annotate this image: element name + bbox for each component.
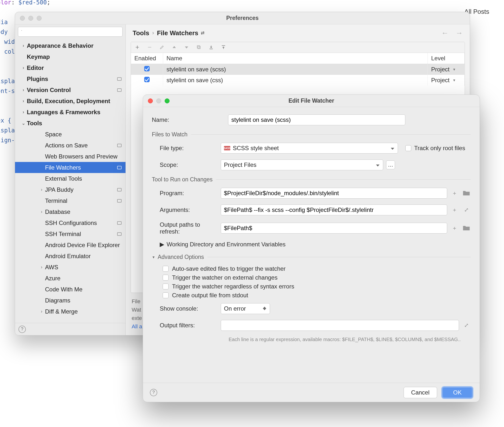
level-dropdown-icon[interactable]: ▼ (453, 67, 456, 71)
cb-stdout[interactable] (163, 292, 169, 298)
sidebar-item-aws[interactable]: ›AWS (15, 262, 126, 273)
sidebar-item-build-execution-deployment[interactable]: ›Build, Execution, Deployment (15, 95, 126, 107)
project-scope-icon (117, 144, 122, 147)
watcher-name-cell: stylelint on save (css) (163, 75, 428, 86)
sidebar-item-database[interactable]: ›Database (15, 206, 126, 217)
sidebar-item-space[interactable]: Space (15, 129, 126, 140)
sidebar-item-actions-on-save[interactable]: Actions on Save (15, 140, 126, 151)
chevron-right-icon: › (38, 265, 45, 270)
col-level[interactable]: Level (428, 53, 465, 64)
sidebar-item-ssh-terminal[interactable]: SSH Terminal (15, 228, 126, 239)
scope-select[interactable]: Project Files (221, 159, 383, 170)
sidebar-item-label: SSH Terminal (45, 231, 81, 237)
name-input[interactable] (231, 116, 402, 123)
sidebar-item-web-browsers-and-preview[interactable]: Web Browsers and Preview (15, 151, 126, 162)
enabled-checkbox[interactable] (144, 77, 150, 82)
sidebar-item-azure[interactable]: Azure (15, 273, 126, 284)
nav-forward-icon[interactable]: → (456, 29, 463, 37)
export-icon[interactable] (220, 44, 226, 50)
section-advanced[interactable]: ▼ Advanced Options (152, 254, 471, 260)
arguments-label: Arguments: (152, 206, 221, 213)
sidebar-item-label: Version Control (27, 87, 71, 94)
breadcrumb-toggle-icon[interactable]: ⇄ (201, 30, 205, 36)
sidebar-item-external-tools[interactable]: External Tools (15, 173, 126, 184)
table-row[interactable]: stylelint on save (css)Project▼ (131, 75, 465, 86)
program-input[interactable] (224, 190, 444, 197)
insert-macro-icon[interactable]: ＋ (450, 189, 459, 198)
working-dir-expander[interactable]: ▶ Working Directory and Environment Vari… (152, 241, 285, 248)
browse-folder-icon[interactable] (462, 189, 471, 198)
sidebar-item-plugins[interactable]: Plugins (15, 73, 126, 84)
sidebar-item-diff-merge[interactable]: ›Diff & Merge (15, 306, 126, 317)
show-console-select[interactable]: On error (221, 303, 270, 314)
remove-icon[interactable] (147, 44, 153, 50)
window-title: Preferences (15, 15, 470, 21)
output-paths-input[interactable] (224, 225, 444, 232)
move-up-icon[interactable] (171, 44, 177, 50)
section-tool: Tool to Run on Changes (152, 176, 471, 183)
table-row[interactable]: stylelint on save (scss)Project▼ (131, 64, 465, 75)
sidebar-item-label: AWS (45, 264, 58, 271)
sidebar-item-tools[interactable]: ⌄Tools (15, 118, 126, 129)
settings-search-input[interactable] (18, 27, 123, 37)
sidebar-item-appearance-behavior[interactable]: ›Appearance & Behavior (15, 40, 126, 51)
col-name[interactable]: Name (163, 53, 428, 64)
breadcrumb-current: File Watchers (157, 29, 198, 37)
sidebar-item-label: Keymap (27, 53, 50, 60)
chevron-down-icon: ⌄ (20, 121, 27, 126)
svg-rect-8 (197, 46, 200, 48)
copy-icon[interactable] (196, 44, 202, 50)
import-icon[interactable] (208, 44, 214, 50)
program-label: Program: (152, 190, 221, 197)
sidebar-item-android-emulator[interactable]: Android Emulator (15, 251, 126, 262)
insert-macro-icon-3[interactable]: ＋ (450, 224, 459, 233)
cb-auto-save[interactable] (163, 266, 169, 272)
expand-icon-2[interactable]: ⤢ (462, 321, 471, 330)
add-icon[interactable] (134, 44, 140, 50)
sidebar-item-version-control[interactable]: ›Version Control (15, 84, 126, 95)
dialog-help-button[interactable]: ? (150, 389, 157, 396)
help-button[interactable]: ? (18, 326, 26, 333)
name-label: Name: (152, 116, 228, 123)
arguments-input[interactable] (224, 206, 444, 213)
sidebar-item-languages-frameworks[interactable]: ›Languages & Frameworks (15, 107, 126, 118)
cb-syntax-errors[interactable] (163, 284, 169, 289)
breadcrumb-tools[interactable]: Tools (133, 29, 149, 37)
sidebar-item-diagrams[interactable]: Diagrams (15, 295, 126, 306)
enabled-checkbox[interactable] (144, 66, 150, 71)
sidebar-item-terminal[interactable]: Terminal (15, 195, 126, 206)
sidebar-item-label: Actions on Save (45, 142, 88, 149)
chevron-right-icon: › (38, 209, 45, 214)
scss-file-icon: SASS (224, 146, 230, 150)
nav-back-icon[interactable]: ← (441, 29, 449, 37)
level-cell[interactable]: Project▼ (428, 75, 465, 86)
expand-icon[interactable]: ⤢ (462, 206, 471, 214)
output-filters-input[interactable] (224, 322, 456, 329)
col-enabled[interactable]: Enabled (131, 53, 163, 64)
sidebar-item-editor[interactable]: ›Editor (15, 62, 126, 73)
cancel-button[interactable]: Cancel (404, 387, 437, 398)
cb-external[interactable] (163, 275, 169, 281)
level-dropdown-icon[interactable]: ▼ (453, 78, 456, 82)
sidebar-item-ssh-configurations[interactable]: SSH Configurations (15, 217, 126, 228)
all-actions-link[interactable]: All a (132, 323, 142, 330)
sidebar-item-file-watchers[interactable]: File Watchers (15, 162, 126, 173)
sidebar-item-jpa-buddy[interactable]: ›JPA Buddy (15, 184, 126, 195)
file-type-label: File type: (152, 145, 221, 152)
move-down-icon[interactable] (184, 44, 189, 50)
track-root-checkbox[interactable] (405, 145, 411, 151)
sidebar-item-keymap[interactable]: Keymap (15, 51, 126, 62)
ok-button[interactable]: OK (442, 387, 473, 398)
insert-macro-icon-2[interactable]: ＋ (450, 206, 459, 214)
sidebar-item-android-device-file-explorer[interactable]: Android Device File Explorer (15, 239, 126, 251)
file-type-select[interactable]: SASS SCSS style sheet (221, 143, 398, 154)
scope-more-button[interactable]: … (386, 160, 395, 169)
sidebar-item-label: Diff & Merge (45, 308, 78, 315)
chevron-right-icon: › (20, 43, 27, 48)
edit-icon[interactable] (159, 44, 165, 50)
sidebar-item-label: Tools (27, 120, 42, 127)
sidebar-item-code-with-me[interactable]: Code With Me (15, 284, 126, 295)
browse-folder-icon-2[interactable] (462, 224, 471, 233)
level-cell[interactable]: Project▼ (428, 64, 465, 75)
output-paths-label: Output paths to refresh: (152, 221, 221, 235)
